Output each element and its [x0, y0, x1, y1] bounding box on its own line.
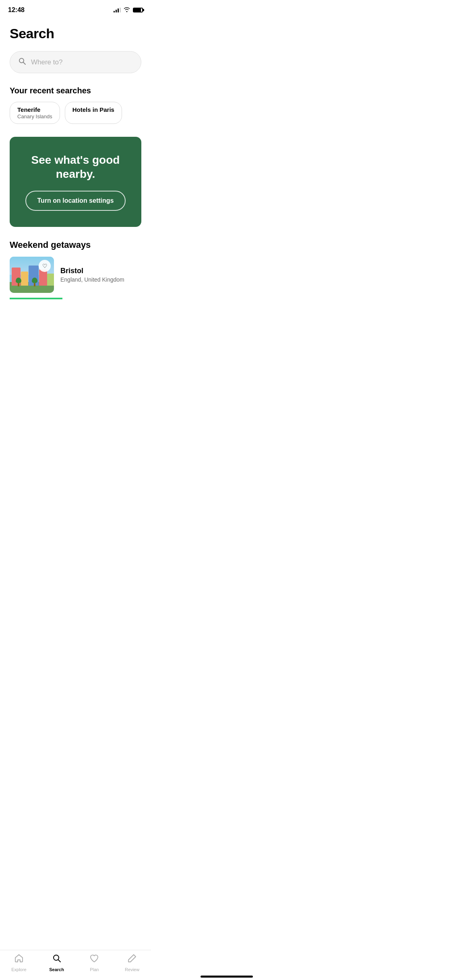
status-bar: 12:48 [0, 0, 151, 18]
search-icon [18, 57, 26, 67]
recent-searches-title: Your recent searches [10, 86, 141, 95]
favorite-button[interactable]: ♡ [39, 260, 51, 272]
weekend-getaways-title: Weekend getaways [10, 240, 141, 250]
main-content: Search Where to? Your recent searches Te… [0, 18, 151, 299]
status-icons [114, 7, 143, 13]
getaway-city: Bristol [60, 267, 124, 275]
wifi-icon [123, 7, 130, 13]
getaway-card-bristol[interactable]: ♡ Bristol England, United Kingdom [10, 257, 141, 293]
progress-strip [10, 298, 141, 299]
recent-chip-title: Tenerife [17, 106, 52, 113]
getaway-image: ♡ [10, 257, 54, 293]
search-bar[interactable]: Where to? [10, 51, 141, 73]
getaway-info: Bristol England, United Kingdom [60, 267, 124, 283]
svg-line-1 [23, 62, 26, 65]
weekend-getaways-section: Weekend getaways ♡ [10, 240, 141, 299]
location-settings-button[interactable]: Turn on location settings [25, 191, 126, 211]
nearby-heading: See what's good nearby. [22, 153, 129, 181]
signal-icon [114, 8, 121, 12]
recent-chip-subtitle: Canary Islands [17, 113, 52, 119]
recent-searches-list: Tenerife Canary Islands Hotels in Paris [10, 102, 141, 124]
nearby-banner: See what's good nearby. Turn on location… [10, 137, 141, 227]
getaway-region: England, United Kingdom [60, 276, 124, 283]
heart-icon: ♡ [42, 263, 48, 269]
search-placeholder: Where to? [31, 58, 62, 66]
page-title: Search [10, 26, 141, 41]
battery-icon [133, 8, 143, 12]
status-time: 12:48 [8, 6, 25, 14]
recent-chip-tenerife[interactable]: Tenerife Canary Islands [10, 102, 60, 124]
recent-searches-section: Your recent searches Tenerife Canary Isl… [10, 86, 141, 124]
recent-chip-title: Hotels in Paris [72, 106, 114, 113]
recent-chip-paris[interactable]: Hotels in Paris [65, 102, 122, 124]
